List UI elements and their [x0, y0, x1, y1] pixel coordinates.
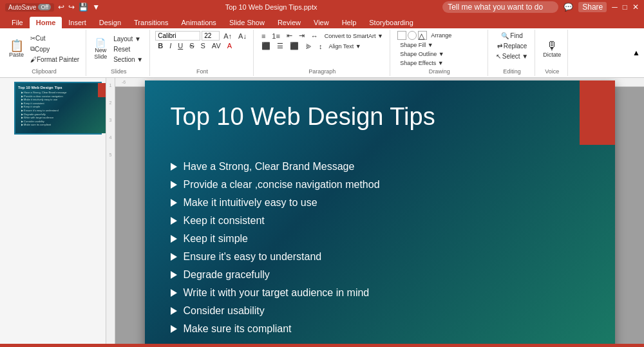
thumb-item-10: ▶ Make sure its compliant [18, 123, 103, 127]
tab-home[interactable]: Home [30, 17, 62, 28]
underline-button[interactable]: U [175, 41, 185, 50]
indent-increase[interactable]: ⇥ [296, 31, 307, 41]
new-slide-icon: 📄 [95, 39, 106, 47]
replace-button[interactable]: ⇄Replace [495, 41, 530, 51]
font-color-button[interactable]: A [225, 41, 234, 50]
tab-file[interactable]: File [5, 17, 30, 28]
redo-icon[interactable]: ↪ [68, 3, 75, 12]
layout-button[interactable]: Layout ▼ [111, 34, 146, 44]
align-right[interactable]: ⬛ [287, 41, 301, 51]
cut-button[interactable]: ✂ Cut [28, 33, 82, 43]
list-item-7: Degrade gracefully [171, 266, 380, 284]
bold-button[interactable]: B [155, 41, 166, 50]
bullet-6 [171, 253, 177, 261]
select-button[interactable]: ↖Select ▼ [493, 52, 531, 61]
tab-storyboarding[interactable]: Storyboarding [363, 17, 420, 28]
font-label: Font [196, 67, 208, 75]
list-item-6: Ensure it's easy to understand [171, 248, 380, 266]
reset-button[interactable]: Reset [111, 44, 146, 54]
shape-fill-button[interactable]: Shape Fill ▼ [397, 41, 435, 49]
format-painter-icon: 🖌 [30, 56, 37, 63]
tab-design[interactable]: Design [93, 17, 128, 28]
ribbon-tabs: File Home Insert Design Transitions Anim… [0, 14, 644, 28]
tab-slideshow[interactable]: Slide Show [223, 17, 271, 28]
editing-content: 🔍Find ⇄Replace ↖Select ▼ [493, 31, 531, 67]
tab-insert[interactable]: Insert [62, 17, 93, 28]
slide-thumb-content: Top 10 Web Design Tips ▶ Have a Strong, … [15, 83, 106, 133]
line-spacing[interactable]: ↕ [316, 42, 325, 51]
bullet-list-button[interactable]: ≡ [259, 32, 268, 41]
status-bar: Slide 1 of 1 ✓ Spanish (Uruguay) Notes ⬚… [0, 344, 644, 347]
clipboard-group: 📋 Paste ✂ Cut ⧉ Copy 🖌 Format Painter Cl… [3, 30, 86, 76]
minimize-icon[interactable]: ─ [612, 3, 618, 12]
search-box[interactable]: Tell me what you want to do [442, 1, 558, 13]
char-spacing-button[interactable]: AV [209, 41, 223, 50]
shape-rect[interactable] [397, 31, 406, 40]
font-size-decrease[interactable]: A↓ [236, 32, 249, 41]
drawing-content: △ Arrange Shape Fill ▼ Shape Outline ▼ S… [397, 31, 481, 67]
bullet-3 [171, 199, 177, 207]
shape-outline-button[interactable]: Shape Outline ▼ [397, 50, 446, 58]
font-family-input[interactable] [155, 31, 200, 41]
select-icon: ↖ [496, 53, 501, 60]
collapse-ribbon[interactable]: ▲ [631, 30, 641, 76]
undo-icon[interactable]: ↩ [58, 3, 64, 12]
paste-button[interactable]: 📋 Paste [6, 39, 26, 59]
shape-triangle[interactable]: △ [418, 31, 427, 40]
copy-icon: ⧉ [30, 45, 35, 53]
arrange-button[interactable]: Arrange [428, 31, 454, 40]
tab-review[interactable]: Review [271, 17, 307, 28]
maximize-icon[interactable]: □ [623, 3, 627, 12]
customize-icon[interactable]: ▼ [92, 3, 100, 12]
font-size-input[interactable] [202, 31, 220, 41]
autosave-label: AutoSave [8, 4, 36, 11]
file-title: Top 10 Web Design Tips.pptx [225, 3, 317, 11]
dictate-button[interactable]: 🎙 Dictate [540, 39, 564, 59]
numbered-list-button[interactable]: 1≡ [269, 32, 283, 41]
align-text[interactable]: Align Text ▼ [326, 42, 363, 50]
slide-title: Top 10 Web Design Tips [171, 103, 435, 131]
slide-thumb-accent [98, 83, 106, 97]
bullet-2 [171, 181, 177, 189]
comments-icon[interactable]: 💬 [564, 3, 573, 12]
new-slide-button[interactable]: 📄 New Slide [91, 37, 109, 61]
italic-button[interactable]: I [167, 41, 174, 50]
section-button[interactable]: Section ▼ [111, 55, 146, 64]
text-columns[interactable]: ⫸ [303, 42, 315, 51]
cut-icon: ✂ [30, 35, 35, 42]
font-group: A↑ A↓ B I U S S AV A Font [151, 30, 254, 76]
app-body: 1 Top 10 Web Design Tips ▶ Have a Strong… [0, 78, 644, 344]
save-icon[interactable]: 💾 [79, 3, 88, 12]
tab-transitions[interactable]: Transitions [128, 17, 175, 28]
format-painter-button[interactable]: 🖌 Format Painter [28, 55, 82, 64]
find-button[interactable]: 🔍Find [498, 31, 525, 41]
align-left[interactable]: ⬛ [259, 41, 273, 51]
tab-animations[interactable]: Animations [175, 17, 222, 28]
align-center[interactable]: ☰ [274, 41, 286, 51]
shape-circle[interactable] [408, 31, 417, 40]
bullet-1 [171, 163, 177, 171]
font-content: A↑ A↓ B I U S S AV A [155, 31, 249, 67]
shape-effects-button[interactable]: Shape Effects ▼ [397, 59, 446, 67]
drawing-group: △ Arrange Shape Fill ▼ Shape Outline ▼ S… [392, 30, 488, 76]
autosave-toggle[interactable]: Off [38, 4, 51, 10]
shadow-button[interactable]: S [198, 41, 208, 50]
slide-canvas[interactable]: Top 10 Web Design Tips Have a Strong, Cl… [145, 80, 615, 344]
slide-panel: 1 Top 10 Web Design Tips ▶ Have a Strong… [0, 78, 106, 344]
share-button[interactable]: Share [578, 2, 607, 12]
tab-view[interactable]: View [307, 17, 336, 28]
list-item-3: Make it intuitively easy to use [171, 194, 380, 212]
editing-group: 🔍Find ⇄Replace ↖Select ▼ Editing [489, 30, 535, 76]
autosave-badge[interactable]: AutoSave Off [5, 3, 54, 12]
slides-group: 📄 New Slide Layout ▼ Reset Section ▼ Sli… [88, 30, 150, 76]
font-size-increase[interactable]: A↑ [221, 32, 234, 41]
text-direction[interactable]: ↔ [308, 32, 321, 41]
slide-thumbnail[interactable]: Top 10 Web Design Tips ▶ Have a Strong, … [14, 82, 102, 135]
indent-decrease[interactable]: ⇤ [284, 31, 295, 41]
convert-smartart[interactable]: Convert to SmartArt ▼ [322, 32, 386, 40]
strikethrough-button[interactable]: S [187, 41, 196, 50]
close-icon[interactable]: ✕ [632, 3, 639, 12]
tab-help[interactable]: Help [336, 17, 363, 28]
copy-button[interactable]: ⧉ Copy [28, 44, 82, 54]
paragraph-group: ≡ 1≡ ⇤ ⇥ ↔ Convert to SmartArt ▼ ⬛ ☰ ⬛ ⫸… [255, 30, 390, 76]
